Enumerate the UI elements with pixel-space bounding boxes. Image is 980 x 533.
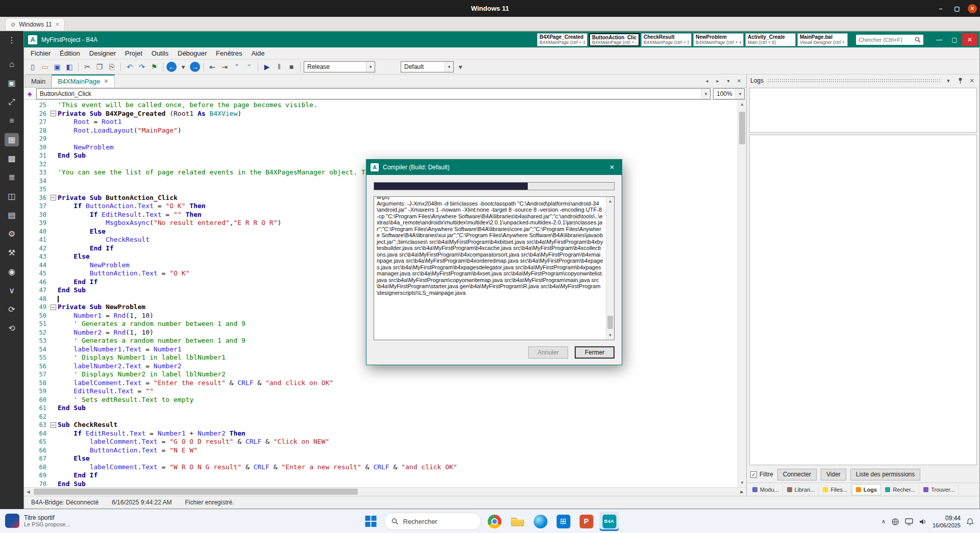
editor-horizontal-scrollbar[interactable]: ◀ ▶ [24,487,746,496]
chrome-icon[interactable] [485,512,504,531]
tray-expand-icon[interactable]: ∧ [881,518,886,525]
split-panel-icon[interactable]: ◫ [5,190,19,203]
code-line[interactable]: 59 EditResult.Text = "" [24,387,738,396]
paste-icon[interactable]: ⎘ [106,61,117,72]
history-icon[interactable]: ⟲ [5,322,19,335]
uncomment-icon[interactable]: ‘‘ [243,61,255,72]
notifications-bell-icon[interactable] [966,518,974,526]
menu-item-designer[interactable]: Designer [85,49,120,57]
scroll-down-icon[interactable]: ▼ [738,478,746,487]
dialog-titlebar[interactable]: A Compiler (Build: Default) ✕ [366,160,622,175]
forward-nav-icon[interactable]: → [190,62,200,72]
scroll-track[interactable] [738,109,746,478]
scroll-thumb[interactable] [607,316,613,329]
member-selector[interactable]: ButtonAction_Click ▾ [36,88,710,99]
tab-close-icon[interactable]: ✕ [104,78,108,85]
code-line[interactable]: 29 [24,135,738,143]
bookmark-mainpage-bal[interactable]: MainPage.bal Visual Designer (ctrl + 6) [797,33,848,46]
tools-hammer-icon[interactable]: ⚒ [5,246,19,260]
fold-toggle-icon[interactable]: − [48,110,58,118]
copy-icon[interactable]: ❐ [94,61,105,72]
scroll-thumb[interactable] [739,112,745,144]
code-line[interactable]: 25'This event will be called once, befor… [24,101,738,110]
bookmark-newproblem[interactable]: NewProblem B4XMainPage (ctrl + 4) [693,33,744,46]
menu-dots-icon[interactable]: ⋮ [5,34,19,47]
tab-files[interactable]: Files... [819,485,851,495]
tab-logs[interactable]: Logs [852,484,881,495]
code-line[interactable]: 70End Sub [24,480,738,488]
menu-lines-icon[interactable]: ≣ [5,171,19,184]
connect-button[interactable]: Connecter [777,469,817,480]
fold-toggle-icon[interactable]: − [48,421,58,429]
powerpoint-icon[interactable]: P [577,512,596,531]
scroll-track[interactable] [606,206,614,331]
microsoft-store-icon[interactable]: ⊞ [554,512,573,531]
camera-icon[interactable]: ◉ [5,265,19,278]
transform-tool-icon[interactable]: ▩ [5,152,19,165]
code-line[interactable]: 28 Root.LoadLayout("MainPage") [24,126,738,135]
app-minimize-button[interactable]: — [932,33,947,46]
ide-search-box[interactable] [856,35,923,45]
code-line[interactable]: 64 If EditResult.Text = Number1 + Number… [24,429,738,438]
list-tool-icon[interactable]: ≡ [5,114,19,128]
editor-vertical-scrollbar[interactable]: ▲ ▼ [738,100,746,487]
menu-item-projet[interactable]: Projet [120,49,147,57]
vm-tab-close-icon[interactable]: × [56,21,59,28]
menu-item-deboguer[interactable]: Déboguer [173,49,211,57]
code-line[interactable]: 68 labelComment.Text = "W R O N G result… [24,463,738,472]
code-line[interactable]: 67 Else [24,454,738,463]
bookmark-b4xpage-created[interactable]: B4XPage_Created B4XMainPage (ctrl + 1) [537,33,587,46]
undo-icon[interactable]: ↶ [124,61,135,72]
ide-search-input[interactable] [859,37,913,43]
edge-icon[interactable] [531,512,550,531]
tab-close-all-icon[interactable]: ✕ [734,77,744,86]
scroll-track[interactable] [33,488,738,496]
vm-tab[interactable]: ⊘ Windows 11 × [5,18,65,31]
code-line[interactable]: 66 ButtonAction.Text = "N E W" [24,446,738,455]
compile-log-text[interactable]: args) Arguments: -J-Xmx2048m -d bin\clas… [374,197,606,340]
scroll-down-icon[interactable]: ▼ [606,331,614,340]
app-titlebar[interactable]: A MyFirstProject - B4A B4XPage_Created B… [24,32,979,47]
refresh-icon[interactable]: ⟳ [5,303,19,316]
app-maximize-button[interactable]: ▢ [947,33,962,46]
b4a-taskbar-icon[interactable]: B4A [600,512,619,531]
volume-icon[interactable] [919,518,927,525]
scroll-thumb[interactable] [34,489,358,495]
vm-close-button[interactable]: ✕ [968,4,977,13]
scroll-up-icon[interactable]: ▲ [606,197,614,206]
text-panel-icon[interactable]: ▤ [5,209,19,222]
code-line[interactable]: 63−Sub CheckResult [24,421,738,429]
select-tool-icon[interactable]: ▣ [5,77,19,90]
tab-scroll-right-icon[interactable]: ▸ [713,77,722,86]
news-widget[interactable]: Titre sportif Le PSG propose... [5,514,70,528]
redo-icon[interactable]: ↷ [136,61,148,72]
tab-search[interactable]: Recher... [881,485,919,495]
tab-b4xmainpage[interactable]: B4XMainPage ✕ [52,74,114,87]
log-vertical-scrollbar[interactable]: ▲ ▼ [606,197,614,340]
outdent-icon[interactable]: ⇤ [207,61,218,72]
scroll-right-icon[interactable]: ▶ [738,490,746,494]
logs-output-box[interactable] [749,135,977,465]
cut-icon[interactable]: ✂ [82,61,93,72]
close-icon[interactable]: ✕ [968,77,976,85]
tab-main[interactable]: Main [25,74,52,87]
code-line[interactable]: 69 End If [24,471,738,480]
menu-item-outils[interactable]: Outils [147,49,173,57]
file-explorer-icon[interactable] [508,512,527,531]
run-icon[interactable]: ▶ [261,61,273,72]
new-file-icon[interactable]: ▯ [27,61,38,72]
code-line[interactable]: 61End Sub [24,404,738,413]
filter-checkbox[interactable]: ✓ Filtre [750,471,773,478]
cancel-button[interactable]: Annuler [528,346,568,359]
fullscreen-icon[interactable]: ⤢ [5,95,19,109]
bookmark-checkresult[interactable]: CheckResult B4XMainPage (ctrl + 3) [641,33,692,46]
tab-modules[interactable]: Modu... [749,485,783,495]
save-all-icon[interactable]: ◧ [64,61,75,72]
run-config-select[interactable]: Default ▾ [401,61,454,72]
stop-icon[interactable]: ■ [286,61,297,72]
code-line[interactable]: 60 ' Sets edtResult.Text to empty [24,396,738,404]
tray-clock[interactable]: 09:44 16/06/2025 [933,515,961,529]
app-close-button[interactable]: ✕ [962,33,977,46]
taskbar-search[interactable]: Rechercher [384,513,481,530]
code-line[interactable]: 30 NewProblem [24,143,738,152]
